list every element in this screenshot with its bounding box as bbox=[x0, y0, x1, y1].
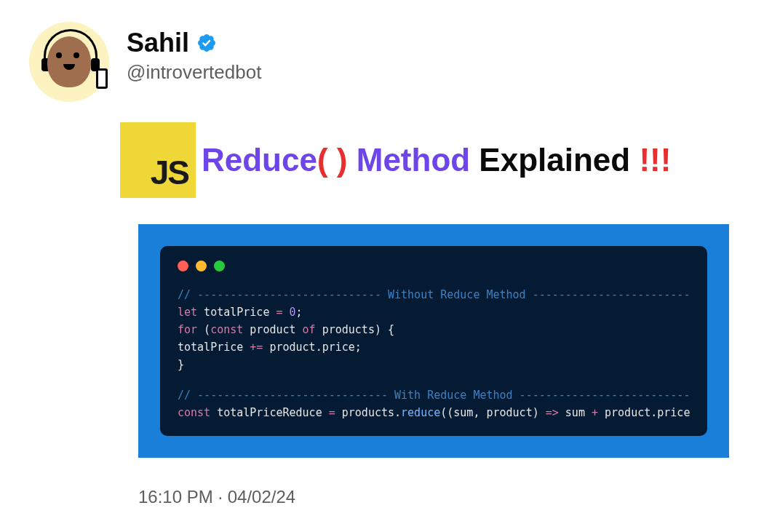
js-badge-icon: JS bbox=[120, 122, 196, 198]
avatar-device bbox=[96, 68, 108, 89]
title-text: Reduce( ) Method Explained !!! bbox=[202, 142, 671, 178]
code-token: ) { bbox=[375, 323, 394, 336]
code-token: of bbox=[303, 323, 316, 336]
code-token: = bbox=[276, 306, 282, 319]
window-controls bbox=[178, 261, 690, 271]
code-token: } bbox=[178, 358, 184, 371]
code-comment: Without Reduce Method bbox=[388, 288, 526, 301]
code-token: totalPrice bbox=[178, 341, 250, 354]
code-token: for bbox=[178, 323, 197, 336]
title-paren-close: ) bbox=[337, 142, 348, 178]
code-line: totalPrice += product.price; bbox=[178, 338, 690, 356]
timestamp-separator: · bbox=[213, 487, 228, 507]
code-token: 0 bbox=[283, 306, 296, 319]
code-token: += bbox=[250, 341, 263, 354]
code-token: ( bbox=[197, 323, 210, 336]
window-minimize-icon bbox=[196, 261, 207, 271]
code-comment: // ----------------------------- bbox=[178, 389, 394, 402]
code-line: // ----------------------------- With Re… bbox=[178, 386, 690, 404]
code-token: let bbox=[178, 306, 197, 319]
code-token: sum, product bbox=[453, 406, 532, 419]
code-snippet-card: // ---------------------------- Without … bbox=[138, 224, 729, 458]
code-line: let totalPrice = 0; bbox=[178, 303, 690, 321]
code-token: const bbox=[178, 406, 210, 419]
post-header: Sahil @introvertedbot bbox=[29, 22, 751, 102]
title-reduce: Reduce bbox=[202, 142, 317, 178]
code-token: products bbox=[316, 323, 375, 336]
user-name[interactable]: Sahil bbox=[127, 28, 189, 58]
code-comment: ----------------------------- // bbox=[513, 389, 690, 402]
code-token: totalPrice bbox=[197, 306, 276, 319]
code-line: } bbox=[178, 356, 690, 373]
title-paren-space bbox=[328, 142, 337, 178]
code-token: => bbox=[546, 406, 559, 419]
title-method: Method bbox=[348, 142, 471, 178]
title-paren-open: ( bbox=[317, 142, 328, 178]
post-time: 16:10 PM bbox=[138, 487, 213, 507]
code-line: const totalPriceReduce = products.reduce… bbox=[178, 404, 690, 421]
code-token: (( bbox=[440, 406, 453, 419]
post-title: JS Reduce( ) Method Explained !!! bbox=[120, 122, 751, 198]
code-comment: With Reduce Method bbox=[394, 389, 513, 402]
code-token: products. bbox=[335, 406, 401, 419]
verified-icon bbox=[196, 33, 217, 53]
code-token: const bbox=[210, 323, 243, 336]
code-token: product bbox=[243, 323, 302, 336]
avatar[interactable] bbox=[29, 22, 109, 102]
code-window: // ---------------------------- Without … bbox=[160, 246, 707, 436]
code-token: + bbox=[592, 406, 598, 419]
window-maximize-icon bbox=[214, 261, 225, 271]
code-line: // ---------------------------- Without … bbox=[178, 286, 690, 303]
code-token: product.price; bbox=[263, 341, 361, 354]
username-row: Sahil bbox=[127, 28, 261, 58]
code-token: ) bbox=[533, 406, 546, 419]
title-explained: Explained bbox=[470, 142, 639, 178]
post-timestamp: 16:10 PM · 04/02/24 bbox=[138, 487, 751, 507]
code-token: sum bbox=[559, 406, 592, 419]
window-close-icon bbox=[178, 261, 188, 271]
code-token: ; bbox=[296, 306, 303, 319]
code-token: totalPriceReduce bbox=[210, 406, 329, 419]
code-spacer bbox=[178, 373, 690, 386]
code-token: = bbox=[329, 406, 335, 419]
code-token: reduce bbox=[401, 406, 440, 419]
code-token: product.price, bbox=[598, 406, 690, 419]
code-content: // ---------------------------- Without … bbox=[178, 286, 690, 421]
user-info: Sahil @introvertedbot bbox=[127, 22, 261, 84]
code-comment: --------------------------- // bbox=[526, 288, 690, 301]
user-handle[interactable]: @introvertedbot bbox=[127, 61, 261, 84]
title-exclaim: !!! bbox=[639, 142, 671, 178]
code-line: for (const product of products) { bbox=[178, 321, 690, 338]
code-comment: // ---------------------------- bbox=[178, 288, 388, 301]
avatar-face bbox=[47, 36, 91, 87]
post-date: 04/02/24 bbox=[228, 487, 295, 507]
